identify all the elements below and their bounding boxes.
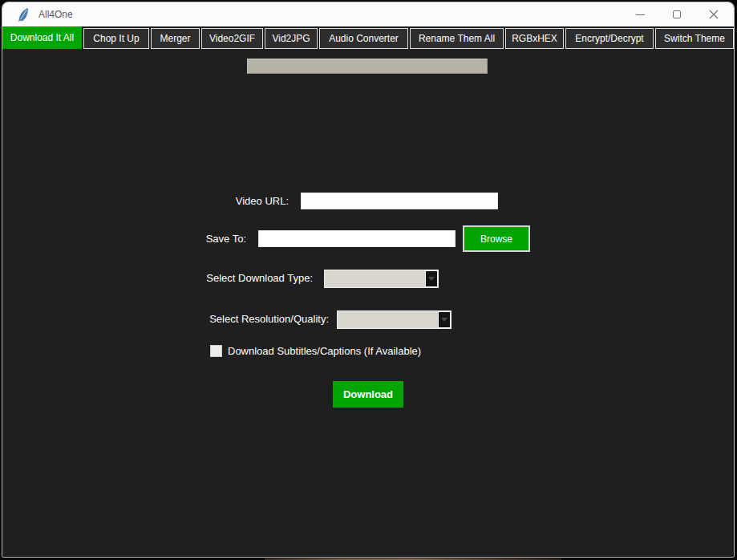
- resolution-label: Select Resolution/Quality:: [168, 310, 329, 328]
- tab-download-it-all[interactable]: Download It All: [2, 26, 82, 49]
- tab-switch-theme[interactable]: Switch Theme: [655, 28, 734, 49]
- browse-button[interactable]: Browse: [463, 225, 530, 252]
- resolution-dropdown-button[interactable]: [438, 311, 451, 328]
- tab-rename-them-all[interactable]: Rename Them All: [410, 28, 504, 49]
- download-button[interactable]: Download: [333, 381, 403, 408]
- notebook-tab-bar: Download It All Chop It Up Merger Video2…: [2, 26, 734, 49]
- window-controls: [622, 2, 732, 26]
- download-it-all-pane: Video URL: Save To: Browse Select Downlo…: [2, 49, 734, 557]
- tab-video2gif[interactable]: Video2GIF: [201, 28, 263, 49]
- tab-rgbxhex[interactable]: RGBxHEX: [505, 28, 564, 49]
- tab-merger[interactable]: Merger: [151, 28, 200, 49]
- close-icon: [709, 10, 719, 19]
- minimize-icon: [636, 14, 645, 15]
- subtitles-checkbox[interactable]: [210, 345, 222, 357]
- download-type-label: Select Download Type:: [152, 270, 313, 287]
- window-title: All4One: [38, 9, 73, 20]
- tab-audio-converter[interactable]: Audio Converter: [319, 28, 408, 49]
- resolution-value: [338, 311, 438, 328]
- maximize-button[interactable]: [658, 2, 695, 26]
- save-to-input[interactable]: [258, 230, 456, 247]
- close-button[interactable]: [695, 2, 732, 26]
- app-window: All4One Download It All Chop It Up Merge…: [2, 2, 735, 558]
- save-to-label: Save To:: [118, 230, 246, 247]
- download-progressbar: [247, 59, 488, 74]
- video-url-input[interactable]: [301, 193, 498, 209]
- chevron-down-icon: [428, 277, 435, 281]
- title-bar[interactable]: All4One: [2, 2, 734, 26]
- resolution-combobox[interactable]: [337, 310, 452, 329]
- tab-encrypt-decrypt[interactable]: Encrypt/Decrypt: [565, 28, 654, 49]
- video-url-label: Video URL:: [157, 193, 289, 209]
- download-type-value: [325, 270, 425, 287]
- download-type-combobox[interactable]: [324, 270, 439, 288]
- download-type-dropdown-button[interactable]: [425, 270, 438, 287]
- tk-feather-icon: [18, 8, 29, 22]
- minimize-button[interactable]: [622, 2, 658, 26]
- tab-chop-it-up[interactable]: Chop It Up: [83, 28, 149, 49]
- maximize-icon: [673, 10, 681, 18]
- chevron-down-icon: [441, 318, 447, 322]
- subtitles-checkbox-label: Download Subtitles/Captions (If Availabl…: [228, 345, 421, 357]
- tab-vid2jpg[interactable]: Vid2JPG: [265, 28, 318, 49]
